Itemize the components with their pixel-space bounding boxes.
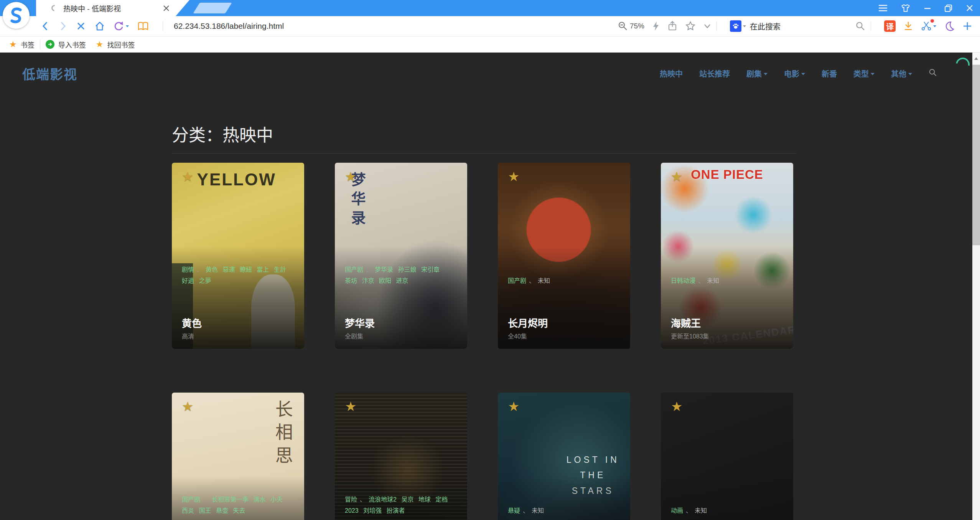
media-card[interactable]: ★ 动画、未知 — [661, 393, 793, 520]
nav-item-movies[interactable]: 电影 — [784, 68, 805, 79]
minimize-button[interactable] — [923, 4, 932, 12]
card-title[interactable]: 黄色 — [182, 315, 202, 330]
nav-item-airing[interactable]: 热映中 — [660, 68, 683, 79]
media-card[interactable]: ★ 国产剧、未知 长月烬明 全40集 — [498, 163, 630, 349]
new-tab-button[interactable] — [193, 3, 232, 13]
download-button[interactable] — [903, 21, 913, 31]
close-window-button[interactable] — [965, 4, 974, 12]
screenshot-scissors-button[interactable] — [921, 21, 936, 31]
sogou-logo[interactable] — [3, 2, 30, 29]
sogou-s-icon — [7, 7, 25, 24]
tag-genre[interactable]: 国产剧 — [508, 277, 526, 284]
card-tags: 冒险、流浪地球2 吴京 地球 定档 2023 刘培强 扮演者 — [345, 494, 456, 516]
tag-genre[interactable]: 日韩动漫 — [671, 277, 695, 284]
media-card[interactable]: YELLOW ★ 剧情、黄色 惡運 瞭紐 當上 生計 好過 之夢 黄色 高清 — [172, 163, 304, 349]
tag-list: 未知 — [695, 507, 707, 514]
favorite-star-icon: ★ — [671, 399, 682, 414]
scrollbar-up-button[interactable] — [972, 53, 980, 64]
tag-separator: 、 — [523, 507, 529, 514]
restore-bookmarks-item[interactable]: ★ 找回书签 — [86, 40, 135, 50]
add-button[interactable] — [962, 21, 972, 31]
card-meta: 高清 — [182, 331, 194, 340]
card-tags: 国产剧、梦华录 孙三娘 宋引章 茶坊 汴京 欧阳 进京 — [345, 264, 456, 286]
lightning-icon[interactable] — [652, 21, 660, 31]
tab-title: 热映中 - 低端影视 — [63, 3, 121, 13]
restore-bookmarks-label: 找回书签 — [107, 40, 135, 50]
zoom-level-text: 75% — [630, 22, 644, 30]
tag-genre[interactable]: 冒险 — [345, 496, 357, 503]
tag-separator: 、 — [360, 496, 366, 503]
poster-art-text: YELLOW — [197, 170, 276, 189]
media-card[interactable]: ★ 冒险、流浪地球2 吴京 地球 定档 2023 刘培强 扮演者 — [335, 393, 467, 520]
card-title[interactable]: 梦华录 — [345, 315, 375, 330]
night-mode-button[interactable] — [944, 21, 955, 31]
card-meta: 全剧集 — [345, 331, 363, 340]
toolbar-separator — [163, 21, 163, 31]
tag-genre[interactable]: 国产剧 — [182, 496, 200, 503]
baidu-dropdown-caret[interactable] — [743, 25, 746, 27]
nav-item-other[interactable]: 其他 — [891, 68, 912, 79]
tab-close-icon[interactable] — [163, 5, 170, 12]
card-tags: 日韩动漫、未知 — [671, 275, 782, 286]
chevron-down-icon — [908, 73, 912, 75]
media-card[interactable]: 梦华录 ★ 国产剧、梦华录 孙三娘 宋引章 茶坊 汴京 欧阳 进京 梦华录 全剧… — [335, 163, 467, 349]
card-meta: 全40集 — [508, 331, 527, 340]
home-button[interactable] — [94, 21, 105, 31]
nav-item-series[interactable]: 剧集 — [746, 68, 768, 79]
card-tags: 国产剧、长相思第一季 清水 小夭 西炎 国王 悬壶 失去 — [182, 494, 293, 516]
tag-genre[interactable]: 国产剧 — [345, 266, 363, 273]
back-button[interactable] — [41, 21, 50, 31]
scrollbar-thumb[interactable] — [972, 65, 980, 245]
tag-list: 未知 — [532, 507, 544, 514]
card-title[interactable]: 长月烬明 — [508, 315, 548, 330]
address-url[interactable]: 62.234.53.186/label/airing.html — [174, 21, 284, 31]
chevron-down-icon[interactable] — [703, 23, 711, 29]
zoom-indicator[interactable]: 75% — [618, 21, 644, 31]
scissors-dropdown-caret[interactable] — [933, 25, 936, 27]
chevron-down-icon — [871, 73, 875, 75]
address-search-placeholder[interactable]: 在此搜索 — [750, 21, 781, 32]
undo-button[interactable] — [114, 21, 129, 31]
tag-genre[interactable]: 悬疑 — [508, 507, 520, 514]
nav-item-genre[interactable]: 类型 — [853, 68, 875, 79]
nav-search-icon[interactable] — [929, 68, 937, 79]
restore-button[interactable] — [944, 3, 953, 13]
tag-genre[interactable]: 剧情 — [182, 266, 194, 273]
favorite-star-icon[interactable] — [685, 21, 696, 31]
baidu-search-icon[interactable]: 在此搜索 — [730, 20, 781, 32]
tag-separator: 、 — [686, 507, 692, 514]
nav-item-recommend[interactable]: 站长推荐 — [699, 68, 730, 79]
favorite-star-icon: ★ — [345, 399, 356, 414]
search-icon[interactable] — [855, 21, 865, 31]
media-card[interactable]: ONE PIECE 2013 CALENDAR ★ 日韩动漫、未知 海贼王 更新… — [661, 163, 793, 349]
media-card[interactable]: LOST IN THE STARS ★ 悬疑、未知 — [498, 393, 630, 520]
forward-button[interactable] — [58, 21, 68, 31]
translate-glyph: 译 — [884, 20, 896, 32]
section-divider — [172, 153, 796, 154]
bookmark-item[interactable]: ★ 书签 — [9, 40, 35, 50]
tag-separator: 、 — [203, 496, 209, 503]
restore-star-icon: ★ — [96, 40, 104, 50]
media-card[interactable]: 长相思 ★ 国产剧、长相思第一季 清水 小夭 西炎 国王 悬壶 失去 — [172, 393, 304, 520]
site-logo[interactable]: 低端影视 — [22, 64, 77, 83]
favorite-star-icon: ★ — [671, 169, 682, 184]
stop-button[interactable] — [76, 21, 86, 31]
card-title[interactable]: 海贼王 — [671, 315, 701, 330]
undo-dropdown-caret[interactable] — [126, 25, 129, 27]
page-scrollbar[interactable] — [972, 53, 980, 520]
share-icon[interactable] — [667, 21, 677, 31]
browser-menu-button[interactable] — [878, 4, 888, 12]
media-grid: YELLOW ★ 剧情、黄色 惡運 瞭紐 當上 生計 好過 之夢 黄色 高清 梦… — [172, 163, 793, 520]
browser-tab[interactable]: 热映中 - 低端影视 — [36, 0, 189, 16]
book-icon[interactable] — [137, 21, 149, 31]
skin-tshirt-icon[interactable] — [900, 3, 911, 13]
nav-item-anime[interactable]: 新番 — [822, 68, 837, 79]
import-bookmarks-item[interactable]: 导入书签 — [46, 40, 86, 50]
page-title: 分类：热映中 — [172, 122, 273, 146]
poster-art-text: 长相思 — [270, 400, 295, 469]
card-tags: 剧情、黄色 惡運 瞭紐 當上 生計 好過 之夢 — [182, 264, 293, 286]
translate-button[interactable]: 译 — [884, 20, 896, 32]
loading-spinner — [953, 55, 972, 74]
tag-genre[interactable]: 动画 — [671, 507, 683, 514]
tag-separator: 、 — [366, 266, 372, 273]
